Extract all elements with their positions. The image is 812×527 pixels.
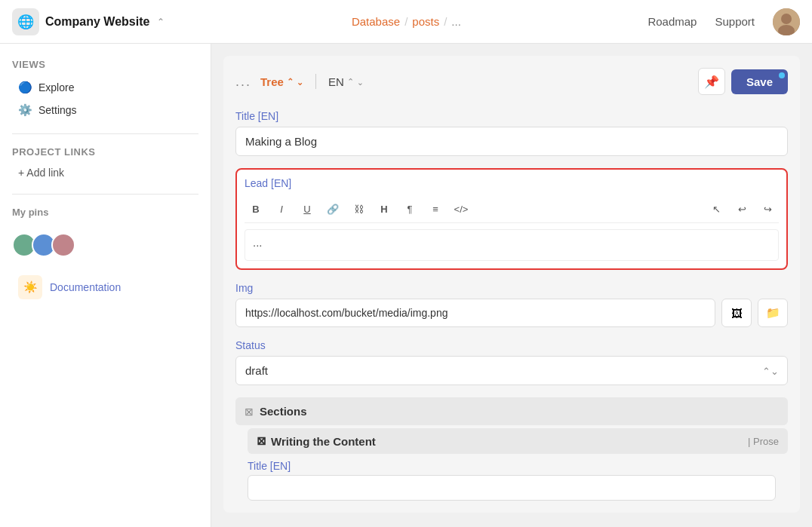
user-avatar[interactable] — [773, 8, 800, 35]
clear-icon: ↖ — [712, 204, 721, 215]
main-layout: Views 🔵 Explore ⚙️ Settings Project link… — [0, 44, 812, 527]
lang-label: EN — [328, 75, 344, 88]
database-link[interactable]: Database — [352, 15, 400, 28]
toolbar-right: 📌 Save — [698, 68, 788, 95]
img-field-label: Img — [235, 282, 788, 294]
status-select-wrapper: draft published archived ⌃⌄ — [235, 356, 788, 385]
explore-label: Explore — [38, 81, 74, 93]
rich-toolbar-right: ↖ ↩ ↪ — [705, 198, 779, 219]
avatar-group — [12, 233, 198, 257]
app-title: Company Website — [45, 15, 149, 29]
writing-subsection-header[interactable]: ⊠ Writing the Content | Prose — [248, 428, 788, 454]
top-nav: 🌐 Company Website ⌃ Database / posts / .… — [0, 0, 812, 44]
pin-icon: ☀️ — [18, 275, 42, 299]
avatar-3 — [51, 233, 75, 257]
img-url-input[interactable] — [235, 299, 715, 327]
status-field-label: Status — [235, 339, 788, 351]
sidebar: Views 🔵 Explore ⚙️ Settings Project link… — [0, 44, 211, 527]
save-button[interactable]: Save — [731, 69, 788, 94]
sections-header[interactable]: ⊠ Sections — [235, 397, 788, 425]
sidebar-divider-1 — [12, 133, 198, 134]
pin-label: Documentation — [50, 281, 121, 293]
roadmap-link[interactable]: Roadmap — [647, 15, 697, 28]
pin-button-icon: 📌 — [704, 75, 719, 89]
sub-title-input[interactable] — [248, 475, 776, 501]
tree-chevron-down-icon: ⌃ — [297, 77, 303, 87]
app-chevron-icon[interactable]: ⌃ — [157, 17, 165, 27]
sidebar-divider-2 — [12, 194, 198, 195]
title-field-group: Title [EN] — [235, 110, 788, 156]
toolbar-left: ... Tree ⌃ ⌃ EN ⌃ ⌃ — [235, 74, 364, 90]
support-link[interactable]: Support — [715, 15, 755, 28]
toolbar-divider — [315, 74, 316, 89]
settings-icon: ⚙️ — [18, 103, 32, 117]
dots-button[interactable]: ... — [235, 74, 251, 90]
folder-icon: 📁 — [766, 306, 780, 320]
project-links-title: Project links — [12, 146, 198, 158]
image-icon: 🖼 — [731, 307, 743, 320]
italic-button[interactable]: I — [270, 198, 293, 219]
status-field-group: Status draft published archived ⌃⌄ — [235, 339, 788, 385]
sub-title-label: Title [EN] — [248, 460, 776, 472]
link-button[interactable]: 🔗 — [321, 198, 344, 219]
img-preview-button[interactable]: 🖼 — [721, 299, 752, 327]
lead-field-wrapper: Lead [EN] B I U 🔗 ⛓ H ¶ — [235, 168, 788, 270]
my-pins-title: My pins — [12, 207, 198, 218]
writing-collapse-icon: ⊠ — [257, 434, 266, 448]
prose-badge: | Prose — [748, 436, 779, 447]
nav-center: Database / posts / ... — [352, 15, 461, 28]
sidebar-item-explore[interactable]: 🔵 Explore — [12, 76, 198, 99]
lead-content[interactable]: ... — [253, 236, 770, 254]
redo-icon: ↪ — [764, 204, 772, 215]
editor-panel: ... Tree ⌃ ⌃ EN ⌃ ⌃ 📌 — [223, 56, 800, 513]
rich-toolbar-left: B I U 🔗 ⛓ H ¶ ≡ </> — [245, 198, 472, 219]
add-link-label: + Add link — [18, 167, 64, 179]
svg-point-1 — [781, 14, 792, 24]
img-folder-button[interactable]: 📁 — [758, 299, 788, 327]
lang-chevron-down-icon: ⌃ — [357, 77, 364, 87]
tree-selector[interactable]: Tree ⌃ ⌃ — [260, 75, 303, 88]
editor-toolbar-top: ... Tree ⌃ ⌃ EN ⌃ ⌃ 📌 — [235, 68, 788, 95]
link-icon: 🔗 — [327, 204, 339, 215]
list-button[interactable]: ≡ — [424, 198, 447, 219]
app-logo: 🌐 — [12, 8, 39, 35]
posts-link[interactable]: posts — [412, 15, 439, 28]
tree-label: Tree — [260, 75, 284, 88]
nav-ellipsis: ... — [451, 15, 461, 28]
status-select[interactable]: draft published archived — [235, 356, 788, 385]
settings-label: Settings — [38, 104, 77, 116]
save-label: Save — [746, 75, 773, 88]
bold-button[interactable]: B — [245, 198, 267, 219]
lang-chevron-icon: ⌃ — [347, 77, 354, 87]
sections-collapse-icon: ⊠ — [245, 406, 254, 418]
views-section-title: Views — [12, 59, 198, 70]
sections-title: Sections — [260, 405, 307, 418]
rich-text-toolbar: B I U 🔗 ⛓ H ¶ ≡ </> — [245, 195, 779, 223]
writing-subsection-title: ⊠ Writing the Content — [257, 434, 376, 448]
undo-button[interactable]: ↩ — [730, 198, 753, 219]
lead-field-label: Lead [EN] — [245, 177, 779, 189]
nav-right: Roadmap Support — [647, 8, 800, 35]
paragraph-button[interactable]: ¶ — [398, 198, 421, 219]
content-area: ... Tree ⌃ ⌃ EN ⌃ ⌃ 📌 — [211, 44, 812, 527]
sidebar-item-settings[interactable]: ⚙️ Settings — [12, 99, 198, 121]
writing-title: Writing the Content — [271, 435, 376, 448]
heading-button[interactable]: H — [373, 198, 395, 219]
title-input[interactable] — [235, 127, 788, 156]
pin-documentation[interactable]: ☀️ Documentation — [12, 269, 198, 305]
unlink-button[interactable]: ⛓ — [347, 198, 370, 219]
pin-button[interactable]: 📌 — [698, 68, 725, 95]
underline-button[interactable]: U — [296, 198, 318, 219]
add-link-button[interactable]: + Add link — [12, 164, 198, 182]
unlink-icon: ⛓ — [354, 204, 364, 215]
img-field-row: 🖼 📁 — [235, 299, 788, 327]
save-dot-indicator — [779, 72, 785, 78]
clear-format-button[interactable]: ↖ — [705, 198, 727, 219]
redo-button[interactable]: ↪ — [756, 198, 779, 219]
explore-icon: 🔵 — [18, 81, 32, 94]
nav-left: 🌐 Company Website ⌃ — [12, 8, 165, 35]
tree-chevron-icon: ⌃ — [287, 77, 294, 87]
img-field-group: Img 🖼 📁 — [235, 282, 788, 327]
lang-selector[interactable]: EN ⌃ ⌃ — [328, 75, 364, 88]
code-button[interactable]: </> — [450, 198, 472, 219]
